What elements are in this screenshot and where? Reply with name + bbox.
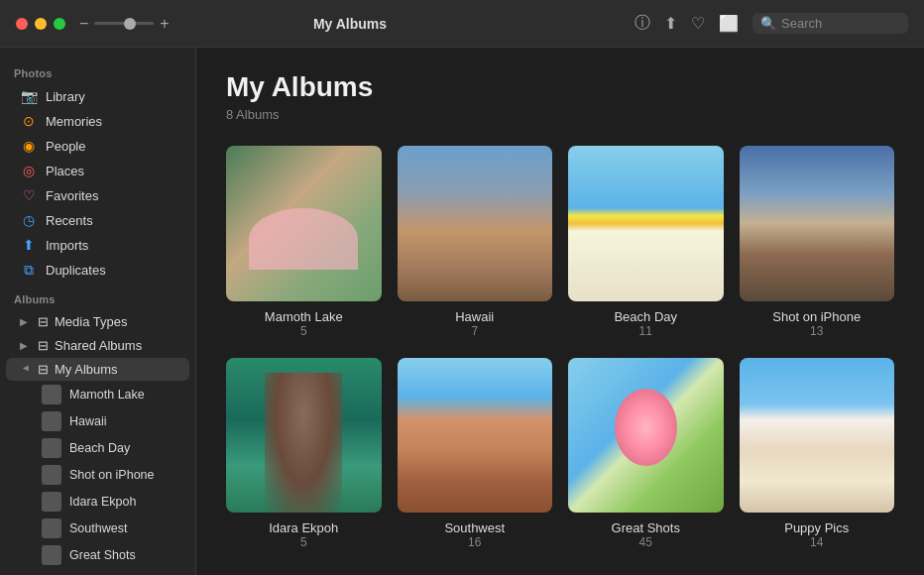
- sidebar-item-label: Library: [46, 89, 85, 104]
- sidebar-sub-mamoth[interactable]: Mamoth Lake: [6, 382, 189, 407]
- photos-section-label: Photos: [0, 58, 195, 83]
- sidebar-sub-label: Great Shots: [69, 548, 136, 562]
- sidebar-item-label: Duplicates: [46, 263, 106, 278]
- sidebar-shared-albums[interactable]: ▶ ⊟ Shared Albums: [6, 334, 189, 357]
- titlebar: − + My Albums ⓘ ⬆ ♡ ⬜ 🔍: [0, 0, 924, 48]
- sidebar-sub-southwest[interactable]: Southwest: [6, 516, 189, 541]
- sidebar-item-duplicates[interactable]: ⧉ Duplicates: [6, 258, 189, 283]
- favorites-icon: ♡: [20, 187, 38, 203]
- album-name: Puppy Pics: [784, 520, 849, 535]
- album-card-mamoth-lake[interactable]: Mamoth Lake 5: [226, 146, 382, 338]
- sidebar-item-memories[interactable]: ⊙ Memories: [6, 109, 189, 133]
- album-thumbnail: [226, 358, 382, 514]
- sidebar-sub-label: Shot on iPhone: [69, 468, 155, 482]
- search-input[interactable]: [781, 16, 900, 31]
- albums-grid: Mamoth Lake 5 Hawaii 7 Beach Day 11 Shot…: [226, 146, 894, 549]
- zoom-plus-button[interactable]: +: [160, 15, 169, 33]
- share-icon[interactable]: ⬆: [664, 14, 677, 33]
- imports-icon: ⬆: [20, 237, 38, 253]
- album-photo-count: 11: [639, 324, 652, 338]
- expand-arrow-icon: ▼: [21, 364, 32, 376]
- sidebar-item-label: My Albums: [55, 362, 118, 377]
- titlebar-actions: ⓘ ⬆ ♡ ⬜ 🔍: [635, 13, 908, 34]
- album-card-beach-day[interactable]: Beach Day 11: [568, 146, 724, 338]
- traffic-lights: [16, 18, 65, 30]
- album-thumb: [42, 411, 61, 431]
- album-card-great-shots[interactable]: Great Shots 45: [568, 358, 724, 550]
- sidebar-sub-iphone[interactable]: Shot on iPhone: [6, 462, 189, 488]
- sidebar-sub-great[interactable]: Great Shots: [6, 542, 189, 568]
- album-thumb: [42, 465, 61, 485]
- library-icon: 📷: [20, 88, 38, 104]
- album-thumb: [42, 385, 61, 404]
- sidebar-item-label: Media Types: [55, 314, 127, 329]
- sidebar-item-label: Favorites: [46, 188, 98, 203]
- album-name: Beach Day: [614, 309, 677, 324]
- album-thumbnail: [398, 358, 553, 514]
- sidebar-sub-beach[interactable]: Beach Day: [6, 435, 189, 461]
- album-card-shot-on-iphone[interactable]: Shot on iPhone 13: [740, 146, 895, 338]
- album-thumbnail: [568, 146, 724, 301]
- album-name: Hawaii: [455, 309, 494, 324]
- album-thumb: [42, 545, 61, 565]
- sidebar-item-recents[interactable]: ◷ Recents: [6, 208, 189, 232]
- album-photo-count: 45: [639, 535, 652, 549]
- zoom-controls: − +: [79, 15, 170, 33]
- heart-icon[interactable]: ♡: [691, 14, 705, 33]
- album-thumb: [42, 518, 61, 538]
- expand-arrow-icon: ▶: [20, 340, 32, 351]
- page-title: My Albums: [226, 71, 894, 103]
- recents-icon: ◷: [20, 212, 38, 228]
- main-layout: Photos 📷 Library ⊙ Memories ◉ People ◎ P…: [0, 0, 924, 575]
- album-photo-count: 14: [810, 535, 823, 549]
- info-icon[interactable]: ⓘ: [635, 13, 650, 34]
- expand-arrow-icon: ▶: [20, 316, 32, 327]
- album-name: Shot on iPhone: [772, 309, 861, 324]
- close-button[interactable]: [16, 18, 28, 30]
- album-card-southwest[interactable]: Southwest 16: [398, 358, 553, 550]
- album-photo-count: 7: [471, 324, 478, 338]
- sidebar-item-library[interactable]: 📷 Library: [6, 84, 189, 108]
- album-thumbnail: [568, 358, 724, 514]
- titlebar-title: My Albums: [313, 16, 387, 32]
- sidebar-item-label: Shared Albums: [55, 338, 142, 353]
- album-thumb: [42, 438, 61, 458]
- album-photo-count: 5: [300, 535, 307, 549]
- sidebar-sub-label: Beach Day: [69, 441, 130, 455]
- sidebar-item-label: Places: [46, 164, 84, 178]
- album-count: 8 Albums: [226, 107, 894, 122]
- places-icon: ◎: [20, 163, 38, 178]
- sidebar-item-people[interactable]: ◉ People: [6, 134, 189, 158]
- sidebar-sub-label: Hawaii: [69, 414, 107, 428]
- duplicates-icon: ⧉: [20, 262, 38, 279]
- album-card-hawaii[interactable]: Hawaii 7: [398, 146, 553, 338]
- search-bar[interactable]: 🔍: [752, 13, 908, 34]
- sidebar-item-label: Imports: [46, 238, 88, 253]
- sidebar-sub-label: Idara Ekpoh: [69, 495, 136, 509]
- sidebar-item-label: Memories: [46, 114, 102, 129]
- zoom-slider[interactable]: [94, 22, 154, 25]
- sidebar-media-types[interactable]: ▶ ⊟ Media Types: [6, 310, 189, 333]
- sidebar-item-places[interactable]: ◎ Places: [6, 159, 189, 182]
- albums-section-label: Albums: [0, 284, 195, 309]
- minimize-button[interactable]: [35, 18, 47, 30]
- zoom-minus-button[interactable]: −: [79, 15, 88, 33]
- sidebar-my-albums[interactable]: ▼ ⊟ My Albums: [6, 358, 189, 381]
- sidebar-sub-idara[interactable]: Idara Ekpoh: [6, 489, 189, 515]
- album-card-idara-ekpoh[interactable]: Idara Ekpoh 5: [226, 358, 382, 550]
- memories-icon: ⊙: [20, 113, 38, 129]
- sidebar-item-favorites[interactable]: ♡ Favorites: [6, 183, 189, 207]
- album-card-puppy-pics[interactable]: Puppy Pics 14: [740, 358, 895, 550]
- sidebar-item-label: Recents: [46, 213, 93, 228]
- sidebar-sub-label: Southwest: [69, 521, 127, 535]
- sidebar-item-imports[interactable]: ⬆ Imports: [6, 233, 189, 257]
- frame-icon[interactable]: ⬜: [719, 14, 739, 33]
- album-name: Southwest: [444, 520, 505, 535]
- album-photo-count: 5: [300, 324, 307, 338]
- maximize-button[interactable]: [54, 18, 65, 30]
- album-thumbnail: [226, 146, 382, 301]
- album-photo-count: 13: [810, 324, 823, 338]
- album-thumbnail: [740, 146, 895, 301]
- sidebar-sub-hawaii[interactable]: Hawaii: [6, 408, 189, 434]
- sidebar-item-label: People: [46, 139, 85, 154]
